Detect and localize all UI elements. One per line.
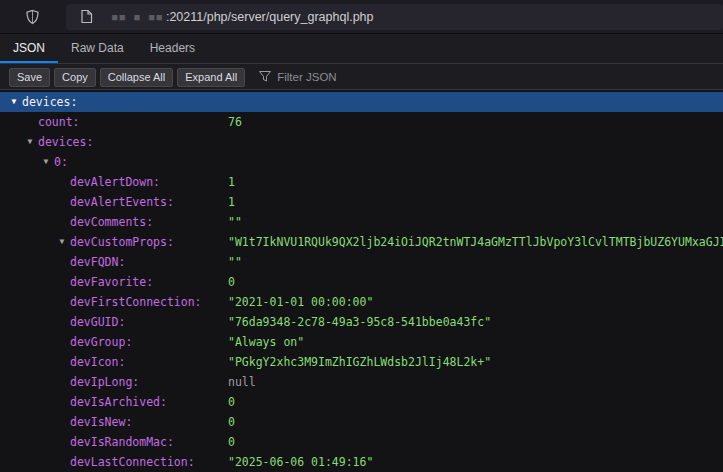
- filter-funnel-icon: [259, 71, 271, 82]
- json-key: devIcon:: [70, 355, 125, 369]
- json-key: devGroup:: [70, 335, 132, 349]
- json-value: "2025-06-06 01:49:16": [228, 452, 373, 472]
- twisty-expanded-icon[interactable]: ▼: [8, 92, 20, 112]
- tree-row[interactable]: devLastConnection: "2025-06-06 01:49:16": [0, 452, 723, 472]
- filter-json-wrap: [259, 71, 457, 83]
- tree-row[interactable]: ▼ 0:: [0, 152, 723, 172]
- json-key: devIsRandomMac:: [70, 435, 174, 449]
- json-value: "2021-01-01 00:00:00": [228, 292, 373, 312]
- tree-row[interactable]: devFavorite: 0: [0, 272, 723, 292]
- tree-row[interactable]: devIsNew: 0: [0, 412, 723, 432]
- json-value: "": [228, 252, 242, 272]
- tree-row[interactable]: ▼ devices:: [0, 132, 723, 152]
- tree-row[interactable]: devAlertDown: 1: [0, 172, 723, 192]
- json-key: devIpLong:: [70, 375, 139, 389]
- json-key: devGUID:: [70, 315, 125, 329]
- expand-all-button[interactable]: Expand All: [177, 68, 245, 87]
- json-key: devLastConnection:: [70, 455, 195, 469]
- json-viewer-tabbar: JSON Raw Data Headers: [0, 34, 723, 64]
- json-value: "76da9348-2c78-49a3-95c8-541bbe0a43fc": [228, 312, 491, 332]
- twisty-expanded-icon[interactable]: ▼: [24, 132, 36, 152]
- tree-row[interactable]: devIsRandomMac: 0: [0, 432, 723, 452]
- json-tree: ▼ devices: count: 76 ▼ devices: ▼ 0: dev…: [0, 90, 723, 472]
- json-key: devComments:: [70, 215, 153, 229]
- url-text: :20211/php/server/query_graphql.php: [166, 10, 374, 24]
- viewer-tab-raw-data[interactable]: Raw Data: [58, 34, 137, 63]
- json-key: devices:: [22, 95, 77, 109]
- twisty-expanded-icon[interactable]: ▼: [56, 232, 68, 252]
- tree-row[interactable]: devFQDN: "": [0, 252, 723, 272]
- collapse-all-button[interactable]: Collapse All: [100, 68, 173, 87]
- redacted-host-text: ■■ ■ ■■: [112, 12, 164, 22]
- viewer-tab-headers[interactable]: Headers: [137, 34, 208, 63]
- copy-button[interactable]: Copy: [54, 68, 96, 87]
- address-bar: ■■ ■ ■■ :20211/php/server/query_graphql.…: [0, 0, 723, 34]
- json-key: count:: [38, 115, 80, 129]
- browser-window: ■■ ■ ■■ :20211/php/server/query_graphql.…: [0, 0, 723, 472]
- tree-row[interactable]: devGroup: "Always on": [0, 332, 723, 352]
- page-permissions-icon[interactable]: [76, 7, 96, 27]
- json-value: "PGkgY2xhc3M9ImZhIGZhLWdsb2JlIj48L2k+": [228, 352, 491, 372]
- json-value: 76: [228, 112, 242, 132]
- json-key: devFirstConnection:: [70, 295, 202, 309]
- json-key: 0:: [54, 155, 68, 169]
- json-key: devFavorite:: [70, 275, 153, 289]
- json-value: "W1t7IkNVU1RQUk9QX2ljb24iOiJQR2tnWTJ4aGM…: [228, 232, 723, 252]
- json-key: devIsArchived:: [70, 395, 167, 409]
- shield-icon[interactable]: [22, 7, 42, 27]
- viewer-tab-label: Raw Data: [71, 41, 124, 55]
- json-key: devCustomProps:: [70, 235, 174, 249]
- tree-row[interactable]: devAlertEvents: 1: [0, 192, 723, 212]
- json-key: devices:: [38, 135, 93, 149]
- tree-row[interactable]: count: 76: [0, 112, 723, 132]
- tree-row[interactable]: ▼ devices:: [0, 92, 723, 112]
- json-value: 0: [228, 272, 235, 292]
- tree-row[interactable]: ▼ devCustomProps: "W1t7IkNVU1RQUk9QX2ljb…: [0, 232, 723, 252]
- tree-row[interactable]: devIpLong: null: [0, 372, 723, 392]
- json-value: 1: [228, 172, 235, 192]
- json-value: null: [228, 372, 256, 392]
- tree-row[interactable]: devFirstConnection: "2021-01-01 00:00:00…: [0, 292, 723, 312]
- json-key: devIsNew:: [70, 415, 132, 429]
- tree-row[interactable]: devGUID: "76da9348-2c78-49a3-95c8-541bbe…: [0, 312, 723, 332]
- json-value: "": [228, 212, 242, 232]
- tree-row[interactable]: devComments: "": [0, 212, 723, 232]
- tree-row[interactable]: devIsArchived: 0: [0, 392, 723, 412]
- viewer-tab-label: JSON: [13, 41, 45, 55]
- viewer-tab-json[interactable]: JSON: [0, 34, 58, 63]
- json-key: devAlertDown:: [70, 175, 160, 189]
- filter-json-input[interactable]: [277, 71, 457, 83]
- json-value: 0: [228, 392, 235, 412]
- json-viewer-toolbar: SaveCopyCollapse AllExpand All: [0, 64, 723, 90]
- tree-row[interactable]: devIcon: "PGkgY2xhc3M9ImZhIGZhLWdsb2JlIj…: [0, 352, 723, 372]
- twisty-expanded-icon[interactable]: ▼: [40, 152, 52, 172]
- save-button[interactable]: Save: [9, 68, 50, 87]
- json-key: devAlertEvents:: [70, 195, 174, 209]
- json-value: 0: [228, 412, 235, 432]
- json-key: devFQDN:: [70, 255, 125, 269]
- json-value: 0: [228, 432, 235, 452]
- json-value: 1: [228, 192, 235, 212]
- json-value: "Always on": [228, 332, 304, 352]
- viewer-tab-label: Headers: [150, 41, 195, 55]
- url-bar[interactable]: ■■ ■ ■■ :20211/php/server/query_graphql.…: [66, 4, 723, 30]
